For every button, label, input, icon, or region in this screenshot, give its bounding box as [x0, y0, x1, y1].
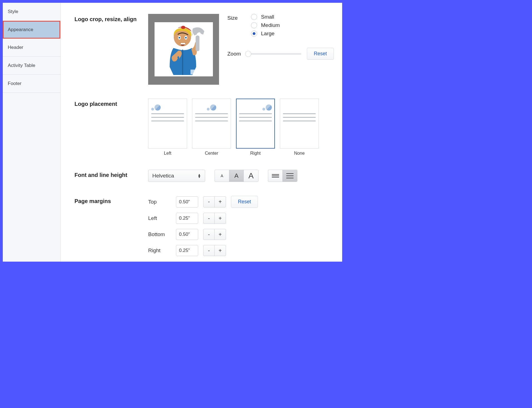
margin-row-left: Left - + [148, 213, 258, 224]
section-title: Font and line height [74, 170, 148, 182]
svg-rect-8 [190, 70, 212, 75]
line-height-loose-button[interactable] [283, 170, 297, 182]
leaf-icon [207, 102, 216, 111]
svg-rect-6 [180, 43, 185, 44]
sidebar-item-footer[interactable]: Footer [3, 75, 60, 93]
font-family-value: Helvetica [152, 173, 174, 179]
margin-top-minus-button[interactable]: - [203, 197, 215, 207]
radio-label: Small [261, 14, 274, 20]
placement-option-center[interactable] [192, 99, 231, 149]
sidebar-item-label: Activity Table [8, 63, 35, 68]
margin-row-bottom: Bottom - + [148, 229, 258, 240]
margin-label: Top [148, 199, 171, 205]
margin-right-plus-button[interactable]: + [215, 245, 226, 256]
radio-label: Large [261, 31, 275, 37]
section-title: Logo crop, resize, align [74, 14, 148, 85]
sidebar-item-activity-table[interactable]: Activity Table [3, 57, 60, 75]
margin-left-input[interactable] [176, 213, 198, 224]
svg-point-3 [178, 37, 180, 39]
sidebar-item-label: Footer [8, 81, 21, 86]
radio-icon [251, 31, 257, 37]
margin-bottom-plus-button[interactable]: + [215, 229, 226, 240]
section-title: Page margins [74, 196, 148, 256]
line-height-tight-button[interactable] [268, 170, 283, 182]
logo-crop-frame[interactable] [148, 14, 219, 85]
section-logo-crop: Logo crop, resize, align [74, 14, 334, 85]
margins-reset-button[interactable]: Reset [231, 196, 258, 208]
margin-label: Right [148, 247, 171, 254]
margin-left-minus-button[interactable]: - [203, 213, 215, 224]
font-family-select[interactable]: Helvetica ▲▼ [148, 170, 205, 182]
placement-option-right[interactable] [236, 99, 275, 149]
placement-caption: Left [164, 151, 171, 156]
font-size-small-button[interactable]: A [215, 170, 229, 182]
margin-right-minus-button[interactable]: - [203, 245, 215, 256]
chevron-updown-icon: ▲▼ [198, 174, 201, 178]
margin-left-plus-button[interactable]: + [215, 213, 226, 224]
margin-bottom-input[interactable] [176, 229, 198, 240]
plumber-icon [156, 24, 212, 75]
lines-loose-icon [286, 173, 294, 178]
main-panel: Logo crop, resize, align [61, 3, 342, 262]
section-logo-placement: Logo placement Left [74, 99, 334, 156]
leaf-icon [151, 102, 161, 111]
font-size-large-button[interactable]: A [244, 170, 258, 182]
radio-icon [251, 22, 257, 28]
sidebar-item-appearance[interactable]: Appearance [3, 21, 60, 39]
placement-option-none[interactable] [280, 99, 319, 149]
zoom-reset-button[interactable]: Reset [307, 48, 334, 60]
slider-thumb-icon[interactable] [245, 51, 251, 57]
margin-top-plus-button[interactable]: + [215, 197, 226, 207]
size-label: Size [227, 14, 243, 37]
section-margins: Page margins Top - + Reset Left [74, 196, 334, 256]
placement-option-left[interactable] [148, 99, 187, 149]
sidebar-item-header[interactable]: Header [3, 39, 60, 57]
margin-top-input[interactable] [176, 196, 198, 207]
font-size-segmented: A A A [215, 170, 258, 182]
app-frame: Style Appearance Header Activity Table F… [3, 3, 342, 262]
size-option-large[interactable]: Large [251, 31, 280, 37]
zoom-slider[interactable] [248, 53, 301, 55]
logo-image [155, 22, 213, 76]
sidebar: Style Appearance Header Activity Table F… [3, 3, 61, 262]
zoom-label: Zoom [227, 51, 243, 57]
sidebar-item-label: Style [8, 9, 18, 14]
radio-label: Medium [261, 22, 280, 28]
svg-rect-7 [195, 36, 199, 51]
size-radio-group: Small Medium Large [251, 14, 280, 37]
size-option-medium[interactable]: Medium [251, 22, 280, 28]
svg-point-5 [185, 37, 187, 39]
svg-point-1 [181, 26, 185, 29]
section-font: Font and line height Helvetica ▲▼ A A A [74, 170, 334, 182]
radio-icon [251, 14, 257, 20]
lines-tight-icon [272, 174, 279, 177]
margin-right-input[interactable] [176, 245, 198, 256]
font-size-medium-button[interactable]: A [229, 170, 244, 182]
margin-row-right: Right - + [148, 245, 258, 256]
sidebar-item-style[interactable]: Style [3, 3, 60, 21]
sidebar-item-label: Header [8, 45, 23, 50]
placement-caption: None [294, 151, 305, 156]
margin-bottom-minus-button[interactable]: - [203, 229, 215, 240]
margin-label: Left [148, 215, 171, 221]
margin-row-top: Top - + Reset [148, 196, 258, 208]
size-option-small[interactable]: Small [251, 14, 280, 20]
line-height-segmented [268, 170, 297, 182]
margin-label: Bottom [148, 231, 171, 237]
leaf-icon [262, 102, 272, 111]
section-title: Logo placement [74, 99, 148, 156]
placement-caption: Center [205, 151, 218, 156]
placement-caption: Right [250, 151, 260, 156]
sidebar-item-label: Appearance [8, 27, 33, 32]
